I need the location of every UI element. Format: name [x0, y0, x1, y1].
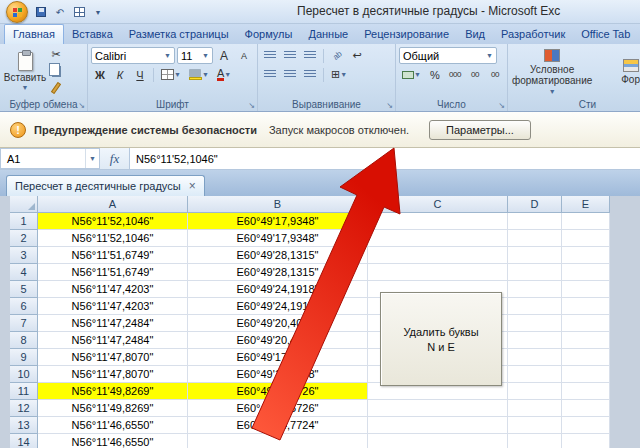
- cell-D11[interactable]: [508, 383, 562, 400]
- cell-E8[interactable]: [562, 332, 610, 349]
- cell-B11[interactable]: E60°49'41,5726": [188, 383, 368, 400]
- cell-E11[interactable]: [562, 383, 610, 400]
- cell-D2[interactable]: [508, 230, 562, 247]
- align-top-button[interactable]: [261, 47, 279, 64]
- row-header-6[interactable]: 6: [10, 298, 38, 315]
- fill-color-button[interactable]: ▼: [186, 66, 212, 83]
- cut-button[interactable]: ✂: [47, 47, 65, 63]
- ribbon-tab-3[interactable]: Формулы: [237, 25, 301, 44]
- copy-button[interactable]: [47, 64, 65, 80]
- cell-A10[interactable]: N56°11'47,8070": [38, 366, 188, 383]
- formula-input[interactable]: N56°11'52,1046": [130, 148, 640, 169]
- number-format-select[interactable]: Общий ▼: [399, 47, 497, 64]
- row-header-1[interactable]: 1: [10, 213, 38, 230]
- paste-button[interactable]: Вставить ▼: [3, 47, 47, 96]
- font-color-button[interactable]: А ▼: [214, 66, 234, 83]
- cell-A9[interactable]: N56°11'47,8070": [38, 349, 188, 366]
- bold-button[interactable]: Ж: [91, 66, 109, 83]
- cell-D5[interactable]: [508, 281, 562, 298]
- cell-E5[interactable]: [562, 281, 610, 298]
- row-header-4[interactable]: 4: [10, 264, 38, 281]
- cell-B6[interactable]: E60°49'24,1918": [188, 298, 368, 315]
- cell-D6[interactable]: [508, 298, 562, 315]
- grow-font-button[interactable]: А: [215, 47, 233, 64]
- column-header-C[interactable]: C: [368, 196, 508, 213]
- table-view-button[interactable]: [71, 4, 87, 20]
- comma-style-button[interactable]: 000: [446, 66, 464, 83]
- row-header-11[interactable]: 11: [10, 383, 38, 400]
- row-header-5[interactable]: 5: [10, 281, 38, 298]
- row-header-13[interactable]: 13: [10, 417, 38, 434]
- cell-C13[interactable]: [368, 417, 508, 434]
- cell-B14[interactable]: [188, 434, 368, 448]
- cell-B13[interactable]: E60°49'44,7724": [188, 417, 368, 434]
- cell-A13[interactable]: N56°11'46,6550": [38, 417, 188, 434]
- row-header-7[interactable]: 7: [10, 315, 38, 332]
- column-header-A[interactable]: A: [38, 196, 188, 213]
- ribbon-tab-1[interactable]: Вставка: [64, 25, 121, 44]
- underline-button[interactable]: Ч: [131, 66, 149, 83]
- cell-B12[interactable]: E60°49'41,5726": [188, 400, 368, 417]
- column-header-B[interactable]: B: [188, 196, 368, 213]
- cell-B3[interactable]: E60°49'28,1315": [188, 247, 368, 264]
- delete-letters-button[interactable]: Удалить буквы N и E: [380, 292, 502, 386]
- ribbon-tab-4[interactable]: Данные: [300, 25, 356, 44]
- column-header-D[interactable]: D: [508, 196, 562, 213]
- cell-A5[interactable]: N56°11'47,4203": [38, 281, 188, 298]
- format-as-table-button[interactable]: Фор: [597, 47, 640, 96]
- cell-A4[interactable]: N56°11'51,6749": [38, 264, 188, 281]
- cell-D7[interactable]: [508, 315, 562, 332]
- merge-center-button[interactable]: ⊞▼: [328, 66, 350, 83]
- cell-D4[interactable]: [508, 264, 562, 281]
- cell-E13[interactable]: [562, 417, 610, 434]
- cell-C12[interactable]: [368, 400, 508, 417]
- ribbon-tab-0[interactable]: Главная: [4, 24, 64, 44]
- align-center-button[interactable]: [281, 66, 299, 83]
- align-middle-button[interactable]: [281, 47, 299, 64]
- row-header-14[interactable]: 14: [10, 434, 38, 448]
- macro-options-button[interactable]: Параметры...: [429, 120, 531, 140]
- dialog-launcher-icon[interactable]: ↘: [248, 101, 255, 110]
- cell-E6[interactable]: [562, 298, 610, 315]
- percent-style-button[interactable]: %: [426, 66, 444, 83]
- dialog-launcher-icon[interactable]: ↘: [386, 101, 393, 110]
- cell-B5[interactable]: E60°49'24,1918": [188, 281, 368, 298]
- cell-A7[interactable]: N56°11'47,2484": [38, 315, 188, 332]
- name-box[interactable]: A1 ▼: [0, 148, 100, 169]
- select-all-corner[interactable]: [10, 196, 38, 213]
- qat-customize-button[interactable]: ▼: [90, 4, 106, 20]
- cell-D14[interactable]: [508, 434, 562, 448]
- cell-B9[interactable]: E60°49'17,9348": [188, 349, 368, 366]
- undo-button[interactable]: ↶: [52, 4, 68, 20]
- cell-A6[interactable]: N56°11'47,4203": [38, 298, 188, 315]
- ribbon-tab-5[interactable]: Рецензирование: [356, 25, 457, 44]
- cell-B4[interactable]: E60°49'28,1315": [188, 264, 368, 281]
- cell-D3[interactable]: [508, 247, 562, 264]
- cell-D1[interactable]: [508, 213, 562, 230]
- align-right-button[interactable]: [301, 66, 319, 83]
- cell-C4[interactable]: [368, 264, 508, 281]
- ribbon-tab-6[interactable]: Вид: [457, 25, 493, 44]
- cell-E12[interactable]: [562, 400, 610, 417]
- cell-E3[interactable]: [562, 247, 610, 264]
- ribbon-tab-2[interactable]: Разметка страницы: [121, 25, 237, 44]
- orientation-button[interactable]: ab: [328, 47, 346, 64]
- column-header-E[interactable]: E: [562, 196, 610, 213]
- align-left-button[interactable]: [261, 66, 279, 83]
- row-header-8[interactable]: 8: [10, 332, 38, 349]
- office-button[interactable]: [6, 1, 28, 23]
- cell-D8[interactable]: [508, 332, 562, 349]
- wrap-text-button[interactable]: ↩: [348, 47, 366, 64]
- cell-A1[interactable]: N56°11'52,1046": [38, 213, 188, 230]
- shrink-font-button[interactable]: А: [235, 47, 253, 64]
- cell-B1[interactable]: E60°49'17,9348": [188, 213, 368, 230]
- cell-D13[interactable]: [508, 417, 562, 434]
- row-header-3[interactable]: 3: [10, 247, 38, 264]
- cell-E2[interactable]: [562, 230, 610, 247]
- format-painter-button[interactable]: [47, 80, 65, 96]
- align-bottom-button[interactable]: [301, 47, 319, 64]
- cell-A3[interactable]: N56°11'51,6749": [38, 247, 188, 264]
- cell-B7[interactable]: E60°49'20,4067": [188, 315, 368, 332]
- cell-E14[interactable]: [562, 434, 610, 448]
- cell-B10[interactable]: E60°49'17,9348": [188, 366, 368, 383]
